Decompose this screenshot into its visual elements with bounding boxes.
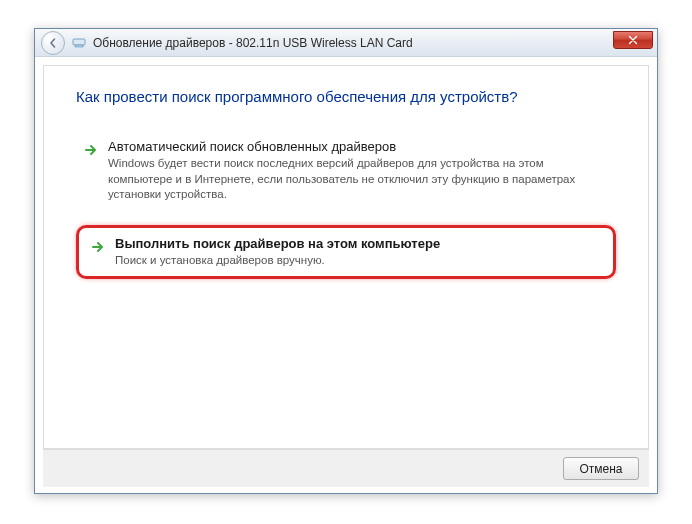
close-button[interactable] bbox=[613, 31, 653, 49]
driver-update-dialog: Обновление драйверов - 802.11n USB Wirel… bbox=[34, 28, 658, 494]
content-wrap: Как провести поиск программного обеспече… bbox=[35, 57, 657, 493]
arrow-right-icon bbox=[89, 238, 107, 256]
option-text: Автоматический поиск обновленных драйвер… bbox=[108, 139, 588, 203]
svg-rect-0 bbox=[73, 39, 85, 45]
option-browse-computer[interactable]: Выполнить поиск драйверов на этом компью… bbox=[76, 225, 616, 280]
titlebar: Обновление драйверов - 802.11n USB Wirel… bbox=[35, 29, 657, 57]
cancel-button[interactable]: Отмена bbox=[563, 457, 639, 480]
svg-rect-1 bbox=[75, 45, 83, 47]
option-auto-search[interactable]: Автоматический поиск обновленных драйвер… bbox=[76, 133, 616, 209]
dialog-footer: Отмена bbox=[43, 449, 649, 487]
arrow-right-icon bbox=[82, 141, 100, 159]
back-arrow-icon bbox=[47, 37, 59, 49]
option-text: Выполнить поиск драйверов на этом компью… bbox=[115, 236, 440, 269]
option-desc: Поиск и установка драйверов вручную. bbox=[115, 253, 440, 269]
page-heading: Как провести поиск программного обеспече… bbox=[76, 88, 616, 105]
content-area: Как провести поиск программного обеспече… bbox=[43, 65, 649, 449]
option-desc: Windows будет вести поиск последних верс… bbox=[108, 156, 588, 203]
option-title: Автоматический поиск обновленных драйвер… bbox=[108, 139, 588, 154]
back-button[interactable] bbox=[41, 31, 65, 55]
close-icon bbox=[628, 35, 638, 45]
window-title: Обновление драйверов - 802.11n USB Wirel… bbox=[93, 36, 413, 50]
option-title: Выполнить поиск драйверов на этом компью… bbox=[115, 236, 440, 251]
device-icon bbox=[71, 35, 87, 51]
